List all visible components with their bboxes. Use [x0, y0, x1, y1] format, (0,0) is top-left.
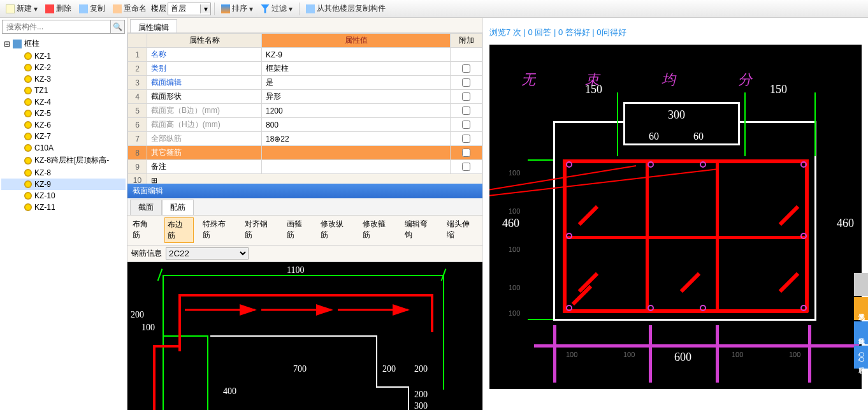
prop-row[interactable]: 9备注: [128, 160, 482, 174]
tree-item[interactable]: TZ1: [1, 85, 126, 96]
prop-row[interactable]: 3截面编辑是: [128, 76, 482, 90]
component-icon: [24, 98, 32, 106]
component-icon: [24, 52, 32, 60]
prop-row[interactable]: 6截面高（H边）(mm)800: [128, 118, 482, 132]
extra-checkbox[interactable]: [462, 163, 470, 171]
reference-drawing: 无 束 均 分 150 150 300 60 60 460 460 600 10…: [489, 45, 862, 389]
section-editor-title: 截面编辑: [127, 184, 482, 198]
column-icon: [13, 40, 22, 48]
component-icon: [24, 169, 32, 177]
copy-from-button[interactable]: 从其他楼层复制构件: [303, 2, 389, 15]
rebar-info-select[interactable]: 2C22: [166, 247, 249, 260]
extra-checkbox[interactable]: [462, 106, 470, 115]
extra-checkbox[interactable]: [462, 64, 470, 73]
tree-item[interactable]: KZ-1: [1, 50, 126, 62]
prop-tabs: 属性编辑: [127, 18, 482, 33]
center-panel: 属性编辑 属性名称 属性值 附加 1名称KZ-92类别框架柱3截面编辑是4截面形…: [127, 18, 483, 410]
main-toolbar: 新建 ▾ 删除 复制 重命名 楼层 ▾ 排序 ▾ 过滤 ▾ 从其他楼层复制构件: [0, 0, 868, 18]
tab-rebar[interactable]: 配筋: [162, 200, 194, 215]
prop-row[interactable]: 2类别框架柱: [128, 62, 482, 76]
component-icon: [24, 121, 32, 129]
rebar-tool-button[interactable]: 布边筋: [164, 217, 194, 243]
rebar-toolbar: 布角筋布边筋特殊布筋对齐钢筋画箍筋修改纵筋修改箍筋编辑弯钩端头伸缩: [127, 216, 482, 245]
new-button[interactable]: 新建 ▾: [3, 2, 41, 15]
extra-checkbox[interactable]: [462, 78, 470, 87]
tree-item[interactable]: KZ-7: [1, 131, 126, 142]
tree-item[interactable]: KZ-11: [1, 201, 126, 213]
rebar-tool-button[interactable]: 布角筋: [130, 217, 158, 243]
component-icon: [24, 64, 32, 71]
follow-button[interactable]: 关注我们: [854, 321, 868, 344]
tree-item[interactable]: KZ-4: [1, 96, 126, 108]
tree-item[interactable]: KZ-8跨层柱[层顶标高-: [1, 154, 126, 167]
rebar-info-label: 钢筋信息: [131, 248, 162, 259]
tree-item[interactable]: KZ-10: [1, 190, 126, 201]
qq-button[interactable]: QQ客服: [854, 346, 868, 369]
rebar-tool-button[interactable]: 画箍筋: [284, 217, 312, 243]
delete-button[interactable]: 删除: [42, 2, 75, 15]
component-icon: [24, 133, 32, 140]
search-input[interactable]: [3, 20, 110, 33]
tree-root[interactable]: ⊟ 框柱: [1, 37, 126, 50]
prop-row[interactable]: 4截面形状异形: [128, 90, 482, 104]
component-tree: ⊟ 框柱 KZ-1KZ-2KZ-3TZ1KZ-4KZ-5KZ-6KZ-7C10A…: [0, 36, 127, 410]
col-extra: 附加: [451, 34, 482, 48]
search-icon[interactable]: 🔍: [110, 20, 124, 33]
col-name: 属性名称: [147, 34, 262, 48]
component-icon: [24, 144, 32, 152]
tree-item[interactable]: KZ-8: [1, 167, 126, 179]
rebar-tool-button[interactable]: 修改箍筋: [360, 217, 396, 243]
search-box: 🔍: [2, 20, 125, 34]
feedback-button[interactable]: 意见反馈: [854, 297, 868, 320]
col-value: 属性值: [262, 34, 451, 48]
extra-checkbox[interactable]: [462, 121, 470, 129]
component-icon: [24, 180, 32, 188]
tree-item[interactable]: KZ-2: [1, 62, 126, 73]
floor-select[interactable]: ▾: [168, 3, 211, 15]
prop-row[interactable]: 1名称KZ-9: [128, 48, 482, 62]
rename-button[interactable]: 重命名: [110, 2, 150, 15]
tree-item[interactable]: KZ-9: [1, 179, 126, 190]
section-editor-window: 截面编辑 截面 配筋 布角筋布边筋特殊布筋对齐钢筋画箍筋修改纵筋修改箍筋编辑弯钩…: [127, 184, 482, 410]
component-icon: [24, 110, 32, 117]
rebar-tool-button[interactable]: 特殊布筋: [200, 217, 236, 243]
collapse-icon[interactable]: ⊟: [4, 40, 10, 48]
section-cad-canvas[interactable]: 1100 200 100 700 700 400 200 198 200 200…: [127, 262, 482, 410]
rebar-tool-button[interactable]: 对齐钢筋: [242, 217, 278, 243]
left-panel: 🔍 ⊟ 框柱 KZ-1KZ-2KZ-3TZ1KZ-4KZ-5KZ-6KZ-7C1…: [0, 18, 127, 410]
side-buttons: 意见反馈 关注我们 QQ客服: [854, 273, 868, 369]
component-icon: [24, 203, 32, 211]
svg-line-4: [489, 169, 719, 210]
prop-row[interactable]: 7全部纵筋18⊕22: [128, 132, 482, 146]
copy-button[interactable]: 复制: [76, 2, 108, 15]
tab-section[interactable]: 截面: [130, 200, 162, 215]
rebar-tool-button[interactable]: 端头伸缩: [444, 217, 480, 243]
floor-label: 楼层: [151, 3, 166, 14]
extra-checkbox[interactable]: [462, 135, 470, 143]
view-stats: 浏览7 次 | 0 回答 | 0 答得好 | 0问得好: [489, 24, 862, 45]
scroll-top-button[interactable]: [854, 273, 868, 296]
rebar-tool-button[interactable]: 修改纵筋: [318, 217, 354, 243]
tree-item[interactable]: KZ-3: [1, 73, 126, 85]
component-icon: [24, 157, 32, 165]
tree-item[interactable]: KZ-5: [1, 108, 126, 119]
extra-checkbox[interactable]: [462, 92, 470, 101]
tree-item[interactable]: C10A: [1, 142, 126, 154]
rebar-tool-button[interactable]: 编辑弯钩: [402, 217, 438, 243]
component-icon: [24, 75, 32, 83]
tree-item[interactable]: KZ-6: [1, 119, 126, 131]
component-icon: [24, 192, 32, 200]
prop-row[interactable]: 8其它箍筋: [128, 146, 482, 160]
tab-prop-edit[interactable]: 属性编辑: [130, 19, 177, 33]
filter-button[interactable]: 过滤 ▾: [257, 2, 296, 15]
component-icon: [24, 87, 32, 94]
sort-button[interactable]: 排序 ▾: [218, 2, 256, 15]
extra-checkbox[interactable]: [462, 149, 470, 157]
prop-row[interactable]: 5截面宽（B边）(mm)1200: [128, 104, 482, 118]
right-panel: 浏览7 次 | 0 回答 | 0 答得好 | 0问得好 无 束 均 分 150 …: [483, 18, 868, 410]
